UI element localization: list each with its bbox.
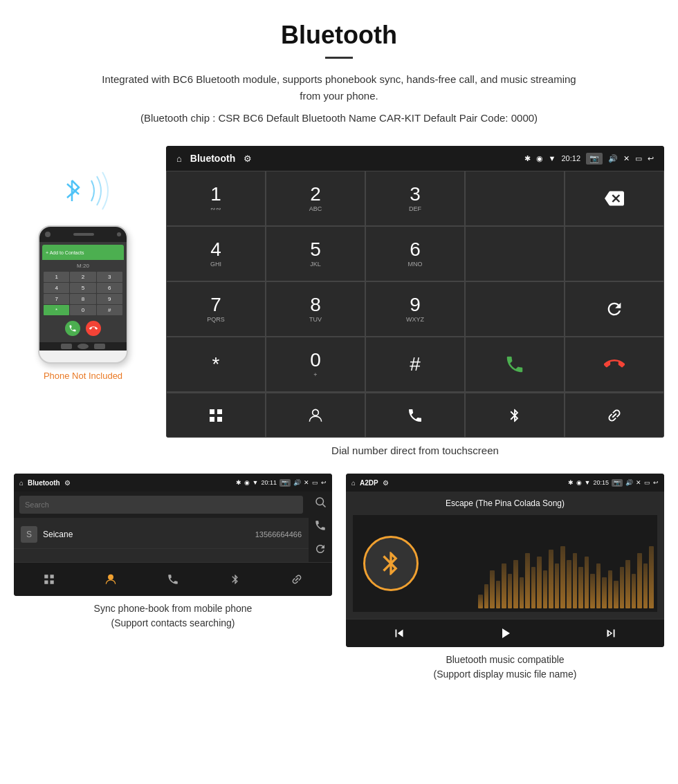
pb-contacts-icon[interactable]	[80, 567, 143, 592]
home-icon[interactable]: ⌂	[176, 153, 182, 164]
music-bar	[537, 557, 542, 608]
music-bar	[608, 570, 613, 608]
next-button[interactable]	[558, 625, 664, 642]
hangup-button[interactable]	[565, 337, 664, 392]
topbar-title: Bluetooth	[190, 153, 235, 164]
contact-row[interactable]: S Seicane 13566664466	[14, 521, 309, 549]
music-screen: ⌂ A2DP ⚙ ✱ ◉ ▼ 20:15 📷 🔊 ✕ ▭ ↩ E	[346, 474, 664, 647]
empty-cell-1	[465, 226, 565, 281]
usb-icon: ⚙	[244, 153, 252, 164]
dial-key-hash[interactable]: #	[365, 337, 465, 392]
contact-name: Seicane	[43, 530, 255, 539]
music-bar	[520, 577, 524, 608]
dial-key-2[interactable]: 2ABC	[266, 171, 365, 226]
dial-key-7[interactable]: 7PQRS	[166, 281, 266, 337]
music-bar	[632, 574, 636, 608]
contacts-area: S Seicane 13566664466	[14, 518, 309, 552]
page-title: Bluetooth	[14, 21, 664, 50]
music-bar	[513, 560, 518, 608]
refresh-side-icon[interactable]	[314, 543, 327, 558]
mus-win[interactable]: ▭	[644, 479, 650, 486]
pb-usb-icon: ⚙	[64, 479, 71, 487]
music-bar	[649, 546, 654, 608]
search-input[interactable]	[19, 496, 303, 514]
mus-home-icon[interactable]: ⌂	[351, 479, 356, 487]
phonebook-caption: Sync phone-book from mobile phone (Suppo…	[14, 601, 332, 631]
pb-phone-icon[interactable]	[142, 567, 204, 592]
dial-key-3[interactable]: 3DEF	[365, 171, 465, 226]
music-bar	[490, 570, 495, 608]
phone-icon[interactable]	[365, 393, 465, 438]
pb-link-icon[interactable]	[266, 567, 328, 592]
dial-key-5[interactable]: 5JKL	[266, 226, 365, 281]
music-topbar: ⌂ A2DP ⚙ ✱ ◉ ▼ 20:15 📷 🔊 ✕ ▭ ↩	[346, 474, 664, 492]
music-bar	[502, 563, 506, 608]
pb-back[interactable]: ↩	[321, 479, 327, 486]
phone-illustration: + Add to Contacts M:20 1 2 3 4 5 6 7 8 9…	[38, 225, 128, 364]
dial-key-9[interactable]: 9WXYZ	[365, 281, 465, 337]
mus-cam[interactable]: 📷	[612, 479, 623, 487]
phonebook-topbar: ⌂ Bluetooth ⚙ ✱ ◉ ▼ 20:11 📷 🔊 ✕ ▭ ↩	[14, 474, 332, 492]
svg-rect-11	[50, 581, 53, 584]
pb-time: 20:11	[261, 479, 277, 486]
contacts-icon[interactable]	[266, 393, 365, 438]
backspace-button[interactable]	[565, 171, 664, 226]
dial-key-0[interactable]: 0+	[266, 337, 365, 392]
pb-bluetooth-icon[interactable]	[204, 567, 266, 592]
pb-x[interactable]: ✕	[304, 479, 309, 486]
refresh-button[interactable]	[565, 281, 664, 337]
mus-title: A2DP	[360, 479, 378, 487]
play-pause-button[interactable]	[452, 625, 558, 642]
dial-key-8[interactable]: 8TUV	[266, 281, 365, 337]
window-icon[interactable]: ▭	[635, 154, 642, 163]
pb-win[interactable]: ▭	[312, 479, 318, 486]
svg-point-5	[313, 409, 319, 416]
call-button-green[interactable]	[465, 337, 565, 392]
svg-rect-2	[217, 409, 222, 414]
bt-status-icon: ✱	[524, 154, 531, 163]
camera-icon[interactable]: 📷	[586, 153, 603, 165]
close-icon[interactable]: ✕	[623, 154, 630, 163]
empty-cell-3	[465, 281, 565, 337]
phonebook-bottom-bar	[14, 562, 332, 596]
back-icon[interactable]: ↩	[648, 154, 654, 163]
dial-key-6[interactable]: 6MNO	[365, 226, 465, 281]
mus-back[interactable]: ↩	[653, 479, 659, 486]
pb-grid-icon[interactable]	[18, 567, 80, 592]
search-side-icon[interactable]	[314, 496, 327, 511]
dial-key-1[interactable]: 1∾∾	[166, 171, 266, 226]
phonebook-side-icons	[309, 492, 332, 562]
main-content-area: + Add to Contacts M:20 1 2 3 4 5 6 7 8 9…	[0, 139, 678, 474]
music-bar	[578, 567, 583, 608]
prev-button[interactable]	[346, 625, 452, 642]
volume-icon[interactable]: 🔊	[608, 154, 618, 163]
bluetooth-icon[interactable]	[465, 393, 565, 438]
music-bar	[614, 581, 619, 608]
pb-cam[interactable]: 📷	[280, 479, 291, 487]
music-bar	[525, 553, 530, 608]
mus-usb-icon: ⚙	[383, 479, 389, 487]
music-block: ⌂ A2DP ⚙ ✱ ◉ ▼ 20:15 📷 🔊 ✕ ▭ ↩ E	[346, 474, 664, 682]
contact-avatar: S	[21, 526, 37, 543]
pb-home-icon[interactable]: ⌂	[19, 479, 24, 487]
music-bar	[543, 570, 548, 608]
music-controls	[346, 619, 664, 647]
svg-rect-8	[44, 575, 48, 578]
svg-rect-4	[217, 417, 222, 422]
dial-key-4[interactable]: 4GHI	[166, 226, 266, 281]
song-title: Escape (The Pina Colada Song)	[446, 498, 565, 508]
dial-key-star[interactable]: *	[166, 337, 266, 392]
music-bars	[475, 515, 657, 612]
mus-x[interactable]: ✕	[636, 479, 641, 486]
svg-rect-10	[44, 581, 48, 584]
mus-vol[interactable]: 🔊	[625, 479, 633, 486]
music-bar	[585, 557, 589, 608]
music-bar	[531, 567, 536, 608]
dial-caption: Dial number direct from touchscreen	[166, 445, 664, 456]
svg-rect-3	[210, 417, 214, 422]
contacts-list: S Seicane 13566664466	[14, 492, 309, 562]
pb-vol[interactable]: 🔊	[293, 479, 301, 486]
grid-icon[interactable]	[166, 393, 266, 438]
call-side-icon[interactable]	[314, 519, 327, 534]
link-icon[interactable]	[565, 393, 664, 438]
